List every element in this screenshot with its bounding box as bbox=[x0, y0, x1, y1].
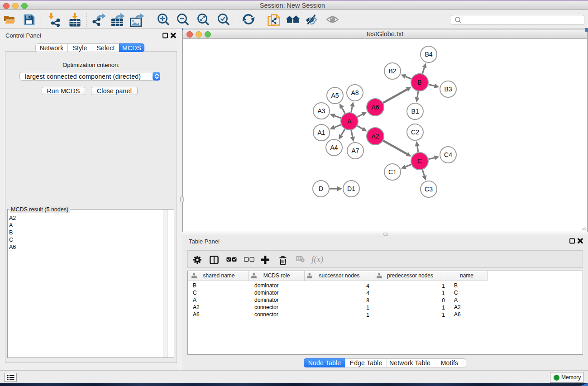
svg-text:A1: A1 bbox=[317, 129, 325, 136]
svg-text:C3: C3 bbox=[425, 186, 433, 193]
svg-text:C: C bbox=[417, 157, 422, 165]
svg-text:B3: B3 bbox=[444, 86, 452, 93]
svg-text:B4: B4 bbox=[425, 51, 432, 58]
svg-text:A7: A7 bbox=[351, 147, 359, 154]
svg-text:A3: A3 bbox=[317, 107, 325, 114]
svg-text:A4: A4 bbox=[330, 144, 338, 151]
svg-text:D: D bbox=[319, 185, 323, 192]
svg-text:D1: D1 bbox=[347, 185, 355, 192]
svg-text:A5: A5 bbox=[331, 92, 339, 99]
svg-text:C4: C4 bbox=[444, 151, 452, 158]
svg-text:C2: C2 bbox=[411, 129, 419, 136]
svg-text:A8: A8 bbox=[351, 89, 359, 96]
svg-text:B1: B1 bbox=[411, 108, 419, 115]
svg-text:B2: B2 bbox=[388, 67, 396, 75]
svg-text:A2: A2 bbox=[371, 133, 379, 140]
svg-text:C1: C1 bbox=[388, 168, 397, 176]
svg-text:B: B bbox=[417, 79, 421, 86]
svg-text:A6: A6 bbox=[371, 104, 379, 111]
svg-text:A: A bbox=[347, 118, 352, 125]
